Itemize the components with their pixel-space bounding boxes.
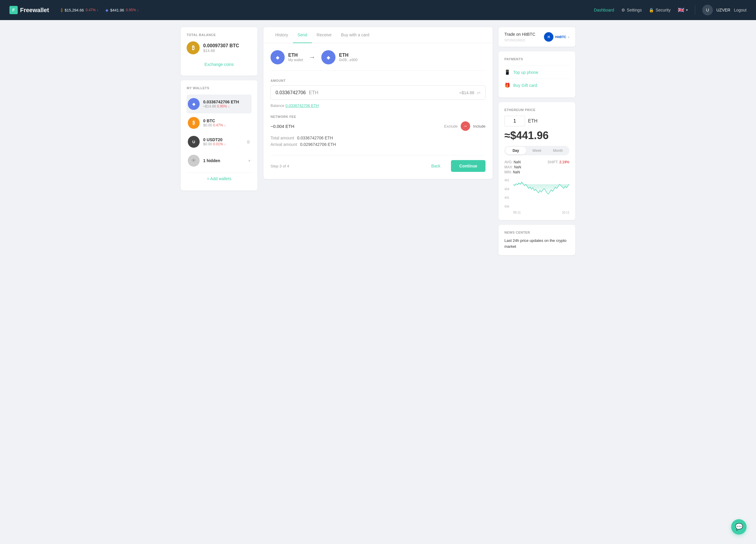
tab-buy[interactable]: Buy with a card	[336, 27, 374, 43]
avg-label: AVG:	[504, 160, 513, 164]
left-panel: TOTAL BALANCE ₿ 0.00097307 BTC $14.88 Ex…	[181, 27, 258, 255]
logout-button[interactable]: Logout	[734, 8, 747, 12]
total-amount-line: Total amount 0.0336742706 ETH	[271, 136, 485, 140]
send-card: History Send Receive Buy with a card ◆ E…	[263, 27, 493, 179]
right-panel: Trade on HitBTC SPONSORED H HitBTC › PAY…	[498, 27, 575, 255]
tab-month[interactable]: Month	[548, 147, 568, 154]
network-fee-label: NETWORK FEE	[271, 115, 485, 118]
from-currency: ETH	[288, 53, 303, 58]
total-balance-card: TOTAL BALANCE ₿ 0.00097307 BTC $14.88 Ex…	[181, 27, 258, 76]
phone-icon: 📱	[504, 69, 510, 75]
stat-shift: SHIFT: 2.19%	[548, 160, 569, 175]
news-item[interactable]: Last 24h price updates on the crypto mar…	[504, 238, 569, 249]
arrow-icon: →	[309, 53, 315, 61]
to-info: ETH 0x09...e900	[339, 53, 358, 62]
btc-icon: ₿	[187, 41, 200, 54]
top-up-phone-item[interactable]: 📱 Top up phone	[504, 66, 569, 79]
shift-label: SHIFT:	[548, 160, 558, 164]
delete-wallet-icon[interactable]: 🗑	[246, 139, 250, 144]
from-label: My wallet	[288, 58, 303, 62]
eth-chart: 462 454 441 434 09.11	[504, 179, 569, 214]
max-value: NaN	[514, 165, 521, 169]
tab-day[interactable]: Day	[505, 147, 526, 154]
y-label-0: 462	[504, 179, 509, 182]
to-eth-icon: ◆	[321, 50, 335, 64]
tab-receive[interactable]: Receive	[312, 27, 336, 43]
arrival-amount-label: Arrival amount	[271, 142, 297, 147]
tab-send[interactable]: Send	[293, 27, 312, 43]
fee-toggle-button[interactable]: −	[461, 121, 470, 131]
main-content: TOTAL BALANCE ₿ 0.00097307 BTC $14.88 Ex…	[171, 20, 585, 262]
hitbtc-logo: H HitBTC ›	[544, 32, 569, 42]
to-currency: ETH	[339, 53, 358, 58]
refresh-icon[interactable]: ⇌	[477, 90, 480, 95]
chat-icon: 💬	[735, 523, 743, 531]
continue-button[interactable]: Continue	[451, 160, 485, 172]
shift-item: SHIFT: 2.19%	[548, 160, 569, 164]
arrival-amount-value: 0.0296742706 ETH	[300, 142, 336, 147]
stat-avg-max-min: AVG: NaN MAX: NaN MIN: NaN	[504, 160, 521, 175]
eth-amount-input[interactable]	[504, 116, 525, 126]
hitbtc-card[interactable]: Trade on HitBTC SPONSORED H HitBTC ›	[498, 27, 575, 47]
chart-x-labels: 09.11 10.11	[513, 211, 569, 214]
min-label: MIN:	[504, 170, 512, 174]
wallet-item-btc[interactable]: ₿ 0 BTC $0.00 0.47% ↓	[187, 113, 252, 132]
exchange-coins-button[interactable]: Exchange coins	[187, 59, 252, 70]
news-title: NEWS CENTER	[504, 231, 569, 234]
logo-text: Freewallet	[20, 7, 49, 14]
buy-gift-label: Buy Gift card	[513, 83, 537, 88]
stats-row: AVG: NaN MAX: NaN MIN: NaN SHIFT:	[504, 160, 569, 175]
totals: Total amount 0.0336742706 ETH Arrival am…	[271, 136, 485, 147]
top-up-phone-label: Top up phone	[513, 70, 538, 75]
eth-wallet-usd: ≈$14.88 0.95% ↓	[203, 104, 250, 108]
send-route: ◆ ETH My wallet → ◆ ETH 0x09...e900	[271, 50, 485, 71]
eth-change: 0.95% ↓	[126, 8, 139, 12]
usdt-wallet-icon: U	[188, 136, 200, 148]
x-label-1: 10.11	[562, 211, 569, 214]
wallet-item-eth[interactable]: ◆ 0.0336742706 ETH ≈$14.88 0.95% ↓	[187, 95, 252, 113]
chevron-right-icon: ›	[568, 35, 569, 39]
settings-icon: ⚙	[621, 8, 625, 12]
balance-value[interactable]: 0.0336742706 ETH	[286, 103, 319, 108]
btc-price-item: ₿ $15,294.66 0.47% ↓	[61, 8, 98, 12]
amount-input-wrap[interactable]: 0.0336742706 ETH ≈$14.88 ⇌	[271, 85, 485, 100]
nav-settings[interactable]: ⚙ Settings	[621, 8, 642, 12]
from-info: ETH My wallet	[288, 53, 303, 62]
fee-amount: −0.004 ETH	[271, 124, 294, 129]
wallet-item-hidden[interactable]: 👁 1 hidden ▾	[187, 151, 252, 170]
nav-security[interactable]: 🔒 Security	[649, 8, 671, 12]
chevron-down-icon[interactable]: ▾	[248, 158, 250, 163]
btc-wallet-info: 0 BTC $0.00 0.47% ↓	[203, 118, 250, 127]
eth-wallet-name: 0.0336742706 ETH	[203, 100, 250, 104]
y-label-1: 454	[504, 188, 509, 191]
fee-controls: Exclude − Include	[444, 121, 485, 131]
eth-wallet-icon: ◆	[188, 98, 200, 110]
hidden-wallet-name: 1 hidden	[203, 158, 245, 163]
hitbtc-title: Trade on HitBTC	[504, 32, 535, 37]
hidden-wallet-icon: 👁	[188, 155, 200, 167]
flag-icon: 🇬🇧	[678, 7, 684, 13]
nav-dashboard[interactable]: Dashboard	[594, 8, 614, 12]
lock-icon: 🔒	[649, 8, 654, 12]
back-button[interactable]: Back	[424, 160, 447, 172]
hitbtc-icon: H	[544, 32, 553, 42]
wallet-item-usdt[interactable]: U 0 USDT20 $0.00 0.01% ↓ 🗑	[187, 132, 252, 151]
add-wallets-button[interactable]: + Add wallets	[187, 172, 252, 185]
tab-week[interactable]: Week	[526, 147, 547, 154]
x-label-0: 09.11	[513, 211, 521, 214]
stat-max: MAX: NaN	[504, 165, 521, 169]
buy-gift-item[interactable]: 🎁 Buy Gift card	[504, 79, 569, 92]
news-card: NEWS CENTER Last 24h price updates on th…	[498, 225, 575, 255]
payments-title: PAYMENTS	[504, 57, 569, 61]
language-selector[interactable]: 🇬🇧 ▾	[678, 7, 688, 13]
btc-usd: $14.88	[203, 48, 239, 53]
y-label-3: 434	[504, 205, 509, 208]
btc-change: 0.47% ↓	[86, 8, 98, 12]
chevron-down-icon: ▾	[686, 8, 688, 12]
hidden-wallet-info: 1 hidden	[203, 158, 245, 163]
logo: F Freewallet	[9, 6, 49, 14]
usdt-wallet-info: 0 USDT20 $0.00 0.01% ↓	[203, 137, 243, 146]
tab-history[interactable]: History	[271, 27, 293, 43]
eth-price-title: ETHEREUM PRICE	[504, 108, 569, 112]
chat-button[interactable]: 💬	[731, 519, 747, 535]
